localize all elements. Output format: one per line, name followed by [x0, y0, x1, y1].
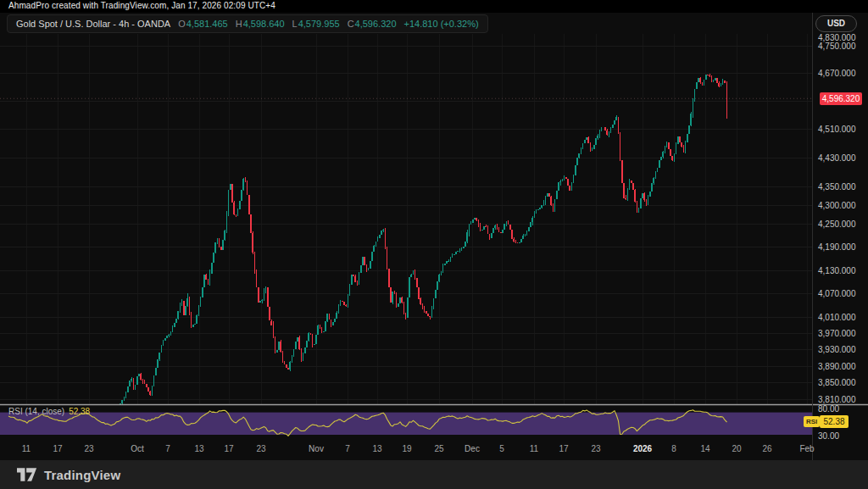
price-axis-label: 4,510.000 — [818, 125, 856, 134]
tradingview-logo-icon[interactable] — [17, 468, 37, 481]
symbol-legend[interactable]: Gold Spot / U.S. Dollar - 4h - OANDA O 4… — [7, 14, 488, 33]
price-axis-label: 4,250.000 — [818, 219, 856, 229]
time-axis-day-label: 5 — [499, 444, 504, 453]
open-label: O — [178, 19, 186, 29]
time-axis-day-label: 13 — [372, 444, 381, 453]
currency-button[interactable]: USD — [815, 15, 857, 32]
price-axis-label: 3,930.000 — [818, 345, 856, 354]
time-axis-day-label: 17 — [224, 444, 233, 453]
time-axis-day-label: 11 — [530, 444, 538, 453]
time-axis-month-label: Nov — [309, 444, 324, 453]
time-axis-month-label: Feb — [799, 444, 814, 453]
price-axis-label: 3,970.000 — [818, 329, 856, 338]
time-axis-day-label: 23 — [591, 444, 600, 453]
low-label: L — [292, 19, 298, 29]
price-axis-label: 4,070.000 — [818, 289, 856, 298]
high-label: H — [236, 19, 242, 29]
attribution-text: AhmadPro created with TradingView.com, J… — [8, 1, 275, 10]
rsi-band — [0, 413, 812, 435]
rsi-axis-badge: RSI — [804, 416, 820, 427]
price-axis-label: 4,190.000 — [818, 242, 856, 252]
time-axis-day-label: 20 — [732, 444, 741, 453]
rsi-legend-value: 52.38 — [69, 407, 90, 416]
attribution-bar: AhmadPro created with TradingView.com, J… — [0, 0, 868, 13]
time-axis-day-label: 17 — [559, 444, 568, 453]
high-value: 4,598.640 — [243, 19, 285, 29]
time-axis-day-label: 11 — [22, 444, 31, 453]
time-axis-day-label: 25 — [434, 444, 443, 453]
rsi-legend-label: RSI (14, close) — [8, 407, 64, 416]
price-axis-label: 4,350.000 — [818, 182, 856, 192]
symbol-title: Gold Spot / U.S. Dollar - 4h - OANDA — [16, 19, 170, 29]
rsi-axis-label: 80.00 — [818, 404, 839, 414]
time-axis-day-label: 13 — [194, 444, 203, 453]
rsi-axis-label: 30.00 — [818, 431, 839, 440]
time-axis-day-label: 19 — [402, 444, 411, 453]
close-label: C — [348, 19, 354, 29]
time-axis-day-label: 7 — [165, 444, 170, 453]
rsi-value-badge: 52.38 — [820, 415, 849, 428]
price-axis-label: 4,130.000 — [818, 265, 856, 275]
price-axis-label: 3,890.000 — [818, 361, 856, 370]
price-axis-label: 4,010.000 — [818, 313, 856, 322]
change-value: +14.810 (+0.32%) — [404, 19, 479, 29]
time-axis-day-label: 8 — [671, 444, 676, 453]
time-axis-day-label: 26 — [762, 444, 771, 453]
time-axis-month-label: Oct — [131, 444, 144, 453]
time-axis-day-label: 7 — [345, 444, 350, 453]
rsi-legend[interactable]: RSI (14, close)52.38 — [8, 407, 90, 416]
time-axis-day-label: 23 — [256, 444, 265, 453]
price-axis-label: 4,670.000 — [818, 69, 856, 78]
price-axis-label: 4,750.000 — [818, 42, 856, 51]
close-value: 4,596.320 — [355, 19, 397, 29]
price-axis-label: 4,300.000 — [818, 201, 856, 210]
time-axis-day-label: 14 — [700, 444, 709, 453]
price-axis-label: 3,850.000 — [818, 378, 856, 387]
open-value: 4,581.465 — [186, 19, 228, 29]
tradingview-chart-window: AhmadPro created with TradingView.com, J… — [0, 0, 868, 489]
time-axis-day-label: 23 — [84, 444, 93, 453]
time-axis-month-label: Dec — [465, 444, 480, 453]
low-value: 4,579.955 — [298, 19, 340, 29]
price-axis-label: 4,430.000 — [818, 153, 856, 162]
footer-bar: TradingView — [0, 460, 868, 489]
candles-down — [133, 73, 728, 396]
time-axis-day-label: 17 — [53, 444, 62, 453]
candles-up — [120, 74, 723, 404]
price-axis-label: 3,810.000 — [818, 395, 856, 404]
price-chart-canvas[interactable] — [0, 0, 868, 489]
tradingview-brand[interactable]: TradingView — [44, 468, 120, 482]
time-axis-year-label: 2026 — [633, 444, 652, 453]
last-price-label: 4,596.320 — [820, 92, 862, 105]
